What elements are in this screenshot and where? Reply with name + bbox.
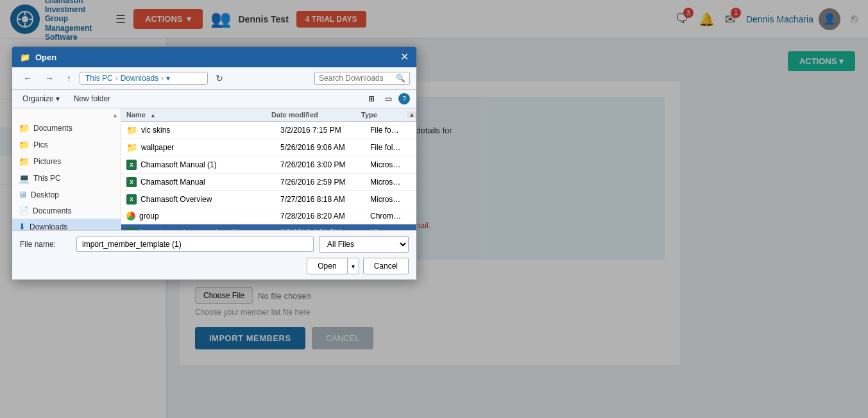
breadcrumb-this-pc[interactable]: This PC xyxy=(85,74,113,83)
documents2-icon: 📄 xyxy=(19,206,29,215)
file-row-group[interactable]: group 7/28/2016 8:20 AM Chrom… xyxy=(121,208,416,224)
col-header-date[interactable]: Date modified xyxy=(266,108,356,121)
folder-icon: 📁 xyxy=(126,125,137,135)
dialog-buttons: Open ▾ Cancel xyxy=(20,258,409,274)
organize-chevron-icon: ▾ xyxy=(56,94,60,103)
dlg-sidebar-downloads[interactable]: ⬇ Downloads xyxy=(12,219,121,230)
file-row-wallpaper[interactable]: 📁wallpaper 5/26/2016 9:06 AM File fol… xyxy=(121,139,416,156)
file-dialog-overlay: 📁 Open ✕ ← → ↑ This PC › Downloads › ▾ ↻… xyxy=(0,0,868,418)
pictures-folder-icon: 📁 xyxy=(19,156,30,167)
dialog-refresh-button[interactable]: ↻ xyxy=(212,72,227,85)
filename-input[interactable] xyxy=(76,237,314,252)
file-row-import-template-1[interactable]: Ximport_member_template (1) 8/3/2016 4:2… xyxy=(121,224,416,230)
file-dialog: 📁 Open ✕ ← → ↑ This PC › Downloads › ▾ ↻… xyxy=(12,46,417,280)
dialog-titlebar: 📁 Open ✕ xyxy=(12,47,416,67)
view-toggle-button[interactable]: ⊞ xyxy=(364,92,379,105)
col-header-type[interactable]: Type xyxy=(356,108,407,121)
scroll-top-indicator: ▲ xyxy=(407,112,416,118)
dialog-footer: File name: All Files Open ▾ Cancel xyxy=(12,230,416,280)
dlg-sidebar-desktop[interactable]: 🖥 Desktop xyxy=(12,187,121,203)
search-icon: 🔍 xyxy=(396,74,405,83)
dlg-sidebar-this-pc[interactable]: 💻 This PC xyxy=(12,170,121,187)
pics-folder-icon: 📁 xyxy=(19,140,30,150)
dialog-forward-button[interactable]: → xyxy=(40,71,58,85)
dialog-back-button[interactable]: ← xyxy=(19,71,37,85)
chrome-icon xyxy=(126,212,135,221)
desktop-icon: 🖥 xyxy=(19,190,27,199)
organize-button[interactable]: Organize ▾ xyxy=(19,92,64,105)
breadcrumb-dropdown[interactable]: ▾ xyxy=(166,74,170,83)
file-row-chamasoft-manual[interactable]: XChamasoft Manual 7/26/2016 2:59 PM Micr… xyxy=(121,174,416,191)
sidebar-scroll-up[interactable]: ▲ xyxy=(112,112,118,119)
dialog-toolbar: ← → ↑ This PC › Downloads › ▾ ↻ 🔍 xyxy=(12,67,416,90)
files-header: Name ▲ Date modified Type ▲ xyxy=(121,108,416,122)
dialog-search-box[interactable]: 🔍 xyxy=(314,72,410,85)
filename-row: File name: All Files xyxy=(20,236,409,253)
dialog-secondary-bar: Organize ▾ New folder ⊞ ▭ ? xyxy=(12,90,416,108)
dialog-cancel-button[interactable]: Cancel xyxy=(363,258,409,274)
filetype-select[interactable]: All Files xyxy=(319,236,409,253)
folder-icon: 📁 xyxy=(19,123,30,133)
folder-icon: 📁 xyxy=(126,142,137,153)
dialog-close-button[interactable]: ✕ xyxy=(400,52,409,62)
xlsx-icon: X xyxy=(126,160,137,170)
open-button-arrow[interactable]: ▾ xyxy=(348,260,359,273)
dialog-folder-icon: 📁 xyxy=(20,53,30,62)
dialog-body: ▲ 📁 Documents 📁 Pics 📁 Pictures 💻 This P… xyxy=(12,108,416,230)
dlg-sidebar-documents2[interactable]: 📄 Documents xyxy=(12,203,121,219)
view-split-button[interactable]: ▭ xyxy=(381,92,396,105)
dialog-up-button[interactable]: ↑ xyxy=(62,71,76,85)
breadcrumb-downloads[interactable]: Downloads xyxy=(121,74,158,83)
filename-label: File name: xyxy=(20,240,71,249)
pc-icon: 💻 xyxy=(19,173,30,183)
organize-label: Organize xyxy=(22,94,54,103)
breadcrumb-bar: This PC › Downloads › ▾ xyxy=(80,72,208,85)
dialog-title-text: Open xyxy=(35,53,56,62)
xlsx-icon: X xyxy=(126,177,137,187)
xlsx-icon: X xyxy=(126,228,137,230)
help-button[interactable]: ? xyxy=(398,93,410,104)
open-button-main[interactable]: Open xyxy=(307,258,347,274)
dialog-files-panel: Name ▲ Date modified Type ▲ 📁vlc skins 3… xyxy=(121,108,416,230)
dialog-title: 📁 Open xyxy=(20,53,56,62)
file-row-chamasoft-manual-1[interactable]: XChamasoft Manual (1) 7/26/2016 3:00 PM … xyxy=(121,156,416,174)
file-row-vlcskins[interactable]: 📁vlc skins 3/2/2016 7:15 PM File fo… xyxy=(121,122,416,139)
dlg-sidebar-documents[interactable]: 📁 Documents xyxy=(12,120,121,137)
col-header-name[interactable]: Name ▲ xyxy=(121,108,266,121)
dlg-sidebar-pics[interactable]: 📁 Pics xyxy=(12,137,121,153)
downloads-folder-icon: ⬇ xyxy=(19,222,26,230)
dialog-sidebar: ▲ 📁 Documents 📁 Pics 📁 Pictures 💻 This P… xyxy=(12,108,121,230)
view-controls: ⊞ ▭ ? xyxy=(364,92,410,105)
new-folder-button[interactable]: New folder xyxy=(70,92,114,105)
dlg-sidebar-pictures[interactable]: 📁 Pictures xyxy=(12,153,121,170)
dialog-search-input[interactable] xyxy=(319,74,396,83)
open-button-group[interactable]: Open ▾ xyxy=(307,258,359,274)
sort-up-icon: ▲ xyxy=(150,112,156,119)
file-row-chamasoft-overview[interactable]: XChamasoft Overview 7/27/2016 8:18 AM Mi… xyxy=(121,191,416,208)
xlsx-icon: X xyxy=(126,194,137,205)
